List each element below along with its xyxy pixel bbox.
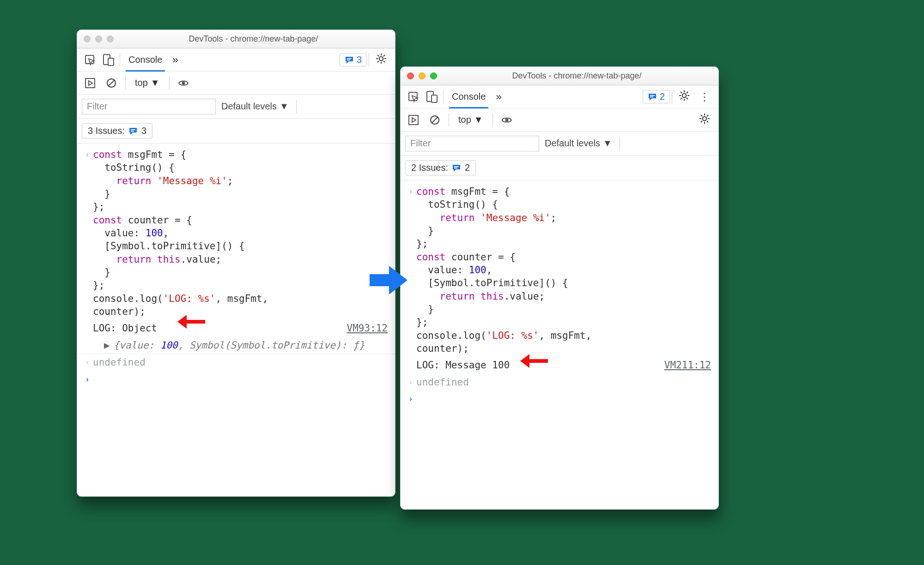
- filter-input[interactable]: Filter: [405, 136, 539, 151]
- undefined-value: undefined: [93, 356, 388, 369]
- inspect-element-button[interactable]: [404, 85, 423, 108]
- levels-label: Default levels: [221, 101, 277, 112]
- inspect-element-button[interactable]: [81, 48, 99, 71]
- console-toolbar: top ▼: [77, 72, 395, 95]
- console-settings-button[interactable]: [694, 113, 715, 126]
- console-sidebar-toggle[interactable]: [404, 108, 423, 131]
- issues-badge[interactable]: 3: [340, 53, 367, 66]
- devtools-window-before: DevTools - chrome://new-tab-page/ Consol…: [77, 30, 395, 497]
- live-expression-button[interactable]: [174, 72, 193, 94]
- clear-console-button[interactable]: [102, 72, 121, 94]
- divider: [443, 90, 444, 104]
- tab-console[interactable]: Console: [445, 85, 492, 108]
- issues-badge[interactable]: 2: [643, 90, 670, 103]
- log-levels-selector[interactable]: Default levels ▼: [545, 138, 612, 149]
- speech-icon: [648, 93, 657, 101]
- window-minimize-icon[interactable]: [95, 36, 102, 42]
- devtools-tabbar: Console » 3: [77, 48, 395, 72]
- tabs-overflow-button[interactable]: »: [169, 54, 182, 66]
- filter-input[interactable]: Filter: [82, 99, 216, 114]
- issues-pre-text: 2 Issues:: [411, 162, 448, 173]
- window-minimize-icon[interactable]: [419, 72, 426, 79]
- window-titlebar[interactable]: DevTools - chrome://new-tab-page/: [77, 30, 395, 48]
- source-link[interactable]: VM211:12: [664, 359, 711, 372]
- divider: [492, 113, 493, 127]
- devtools-tabbar: Console » 2 ⋮: [401, 85, 718, 108]
- more-menu-button[interactable]: ⋮: [694, 90, 715, 103]
- source-link[interactable]: VM93:12: [346, 322, 388, 335]
- divider: [620, 137, 620, 150]
- issues-count: 3: [141, 126, 146, 136]
- window-close-icon[interactable]: [407, 72, 414, 79]
- speech-icon: [128, 127, 138, 135]
- divider: [296, 100, 297, 114]
- live-expression-button[interactable]: [498, 108, 516, 131]
- window-close-icon[interactable]: [84, 36, 91, 42]
- console-prompt-row[interactable]: ›: [401, 391, 718, 406]
- issues-pre-text: 3 Issues:: [88, 126, 125, 136]
- window-title: DevTools - chrome://new-tab-page/: [118, 34, 389, 44]
- window-zoom-icon[interactable]: [430, 72, 437, 79]
- traffic-lights[interactable]: [407, 72, 437, 79]
- highlight-arrow-icon: [520, 353, 550, 369]
- console-input-code[interactable]: const msgFmt = { toString() { return 'Me…: [93, 148, 388, 318]
- tab-console[interactable]: Console: [122, 48, 169, 71]
- prompt-chevron-icon: ›: [405, 392, 416, 404]
- console-object-row: ▶{value: 100, Symbol(Symbol.toPrimitive)…: [77, 337, 395, 354]
- chevron-down-icon: ▼: [603, 138, 612, 149]
- window-title: DevTools - chrome://new-tab-page/: [442, 71, 712, 81]
- issues-chip[interactable]: 2 Issues: 2: [405, 160, 476, 175]
- issues-row: 2 Issues: 2: [401, 156, 718, 180]
- console-return-row: ‹ undefined: [77, 354, 395, 371]
- chevron-down-icon: ▼: [474, 114, 483, 125]
- console-input-code[interactable]: const msgFmt = { toString() { return 'Me…: [416, 185, 711, 355]
- window-zoom-icon[interactable]: [107, 36, 114, 42]
- console-input-row: › const msgFmt = { toString() { return '…: [77, 146, 395, 320]
- context-label: top: [135, 78, 148, 88]
- output-chevron-icon: ‹: [405, 376, 416, 388]
- input-chevron-icon: ›: [405, 185, 416, 197]
- devtools-window-after: DevTools - chrome://new-tab-page/ Consol…: [400, 66, 719, 510]
- clear-console-button[interactable]: [426, 108, 444, 131]
- context-label: top: [458, 114, 471, 125]
- log-levels-selector[interactable]: Default levels ▼: [221, 101, 289, 112]
- divider: [369, 53, 369, 67]
- console-body: › const msgFmt = { toString() { return '…: [401, 180, 718, 408]
- issues-badge-count: 2: [660, 91, 665, 102]
- context-selector[interactable]: top ▼: [454, 108, 488, 131]
- divider: [449, 113, 449, 127]
- console-return-row: ‹ undefined: [401, 374, 718, 391]
- speech-icon: [452, 164, 461, 172]
- tabs-overflow-button[interactable]: »: [492, 91, 505, 103]
- device-toggle-button[interactable]: [99, 48, 118, 71]
- device-toggle-button[interactable]: [423, 85, 441, 108]
- divider: [672, 90, 672, 104]
- settings-button[interactable]: [371, 53, 391, 66]
- output-chevron-icon: ‹: [82, 356, 93, 368]
- console-body: › const msgFmt = { toString() { return '…: [77, 144, 395, 388]
- divider: [120, 53, 120, 67]
- input-chevron-icon: ›: [82, 148, 93, 160]
- console-toolbar: top ▼: [401, 108, 718, 132]
- issues-badge-count: 3: [357, 54, 362, 65]
- chevron-down-icon: ▼: [151, 78, 160, 88]
- chevron-down-icon: ▼: [280, 101, 289, 112]
- issues-chip[interactable]: 3 Issues: 3: [82, 123, 152, 138]
- settings-button[interactable]: [674, 90, 694, 103]
- highlight-arrow-icon: [177, 313, 207, 330]
- object-preview[interactable]: ▶{value: 100, Symbol(Symbol.toPrimitive)…: [93, 339, 388, 352]
- speech-icon: [345, 56, 354, 64]
- divider: [169, 76, 170, 90]
- levels-label: Default levels: [545, 138, 600, 149]
- console-log-text[interactable]: LOG: Object: [93, 322, 346, 335]
- context-selector[interactable]: top ▼: [130, 72, 164, 94]
- issues-count: 2: [465, 162, 470, 173]
- divider: [125, 76, 126, 90]
- undefined-value: undefined: [416, 376, 711, 389]
- console-sidebar-toggle[interactable]: [81, 72, 99, 94]
- traffic-lights[interactable]: [84, 36, 114, 42]
- filter-placeholder: Filter: [87, 101, 107, 112]
- console-prompt-row[interactable]: ›: [77, 371, 395, 387]
- window-titlebar[interactable]: DevTools - chrome://new-tab-page/: [401, 67, 718, 85]
- expand-triangle-icon[interactable]: ▶: [104, 340, 110, 351]
